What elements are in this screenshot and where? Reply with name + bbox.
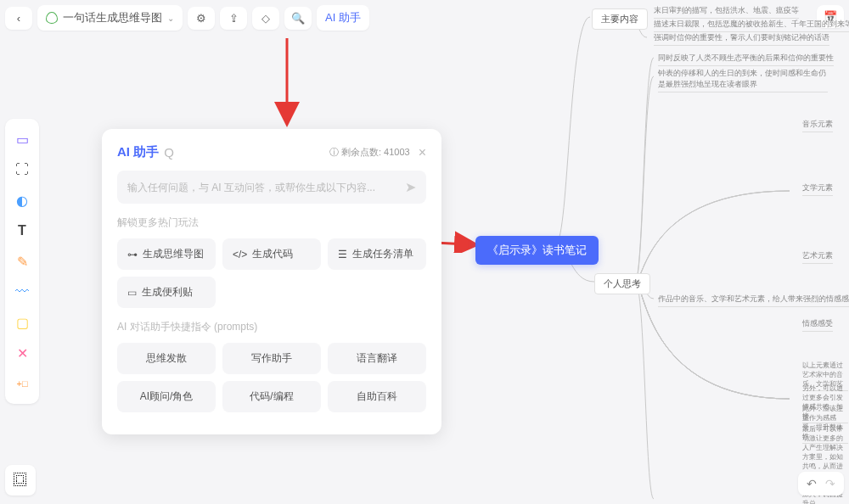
- crop-icon[interactable]: ⛶: [8, 156, 36, 183]
- sticky-icon: ▭: [127, 287, 137, 299]
- mindmap-leaf[interactable]: 钟表的停移和人的生日的到来，使时间感和生命仍是最胜强烈地呈现在读者眼界: [658, 68, 828, 92]
- curve-icon[interactable]: 〰: [8, 278, 36, 305]
- flow-icon[interactable]: ✕: [8, 339, 36, 367]
- mindmap-leaf[interactable]: 作品中的音乐、文学和艺术元素，给人带来强烈的情感感受: [658, 294, 849, 307]
- prompt-translate[interactable]: 语言翻译: [328, 343, 426, 374]
- prompt-consultant[interactable]: AI顾问/角色: [117, 381, 216, 412]
- sidebar-bottom-button[interactable]: ⿴: [5, 465, 36, 496]
- ai-assistant-button[interactable]: AI 助手: [317, 5, 369, 31]
- layout-icon: ⿴: [10, 470, 31, 490]
- ai-assistant-panel: AI 助手 Q ⓘ 剩余点数: 41003 × ➤ 解锁更多热门玩法 ⊶生成思维…: [102, 129, 441, 434]
- ai-prompts-row-1: 思维发散 写作助手 语言翻译: [117, 343, 426, 374]
- undo-button[interactable]: ↶: [807, 477, 817, 490]
- prompt-wiki[interactable]: 自助百科: [328, 381, 426, 412]
- generate-mindmap-button[interactable]: ⊶生成思维导图: [117, 238, 216, 270]
- mindmap-node-main-content[interactable]: 主要内容: [592, 8, 648, 30]
- ai-panel-title: AI 助手 Q: [117, 144, 174, 160]
- mindmap-leaf[interactable]: 文学元素: [802, 182, 833, 196]
- document-title[interactable]: 一句话生成思维导图 ⌄: [37, 5, 183, 31]
- mindmap-leaf[interactable]: 艺术元素: [802, 250, 833, 264]
- mindmap-leaf[interactable]: 描述末日裁限，包括恶魔的被收拾新生、千年王国的到来等: [654, 19, 849, 32]
- tool-sidebar: ▭ ⛶ ◐ T ✎ 〰 ▢ ✕ +□: [5, 119, 39, 404]
- points-remaining: ⓘ 剩余点数: 41003: [329, 146, 410, 159]
- pen-icon[interactable]: ✎: [8, 248, 36, 275]
- prompt-writing[interactable]: 写作助手: [222, 343, 321, 374]
- generate-sticky-button[interactable]: ▭生成便利贴: [117, 277, 216, 308]
- redo-button[interactable]: ↷: [825, 477, 835, 490]
- ai-input-container[interactable]: ➤: [117, 171, 426, 204]
- search-icon[interactable]: 🔍: [284, 7, 312, 30]
- note-icon[interactable]: ▢: [8, 309, 36, 336]
- ai-prompts-row-2: AI顾问/角色 代码/编程 自助百科: [117, 381, 426, 412]
- ai-template-row-1: ⊶生成思维导图 </>生成代码 ☰生成任务清单: [117, 238, 426, 270]
- list-icon: ☰: [338, 249, 347, 260]
- undo-redo-toolbar: ↶ ↷: [798, 472, 844, 496]
- section-label-2: AI 对话助手快捷指令 (prompts): [117, 320, 426, 334]
- ai-panel-header: AI 助手 Q ⓘ 剩余点数: 41003 ×: [117, 144, 426, 160]
- ai-title-badge: Q: [164, 145, 174, 160]
- chevron-down-icon: ⌄: [167, 14, 174, 23]
- mindmap-icon: ⊶: [127, 249, 138, 260]
- close-icon[interactable]: ×: [419, 145, 426, 160]
- mindmap-node-personal-thoughts[interactable]: 个人思考: [594, 273, 650, 294]
- ai-prompt-input[interactable]: [127, 182, 405, 193]
- text-icon[interactable]: T: [8, 217, 36, 244]
- prompt-coding[interactable]: 代码/编程: [222, 381, 321, 412]
- mindmap-leaf[interactable]: 同时反映了人类不顾生态平衡的后果和信仰的重要性: [658, 53, 834, 66]
- prompt-divergent[interactable]: 思维发散: [117, 343, 216, 374]
- cloud-sync-icon: [46, 12, 58, 24]
- mindmap-leaf[interactable]: 强调时信仰的重要性，警示人们要时刻铭记神的话语: [654, 32, 829, 46]
- add-icon[interactable]: +□: [8, 370, 36, 397]
- ai-template-row-2: ▭生成便利贴: [117, 277, 426, 308]
- ai-panel-meta: ⓘ 剩余点数: 41003 ×: [329, 145, 426, 160]
- card-icon[interactable]: ▭: [8, 126, 36, 153]
- generate-tasks-button[interactable]: ☰生成任务清单: [328, 238, 426, 270]
- mindmap-leaf[interactable]: 音乐元素: [802, 119, 833, 132]
- section-label-1: 解锁更多热门玩法: [117, 216, 426, 230]
- back-button[interactable]: ‹: [5, 7, 32, 30]
- mindmap-root-node[interactable]: 《启示录》读书笔记: [475, 236, 599, 265]
- shape-icon[interactable]: ◐: [8, 187, 36, 214]
- generate-code-button[interactable]: </>生成代码: [222, 238, 321, 270]
- annotation-arrow-down: [270, 34, 304, 127]
- code-icon: </>: [233, 249, 247, 260]
- doc-title-text: 一句话生成思维导图: [63, 10, 162, 25]
- send-icon[interactable]: ➤: [405, 179, 416, 195]
- settings-icon[interactable]: ⚙: [188, 7, 215, 30]
- mindmap-leaf[interactable]: 情感感受: [802, 318, 833, 332]
- tag-icon[interactable]: ◇: [252, 7, 279, 30]
- top-toolbar: ‹ 一句话生成思维导图 ⌄ ⚙ ⇪ ◇ 🔍 AI 助手: [5, 5, 369, 31]
- export-icon[interactable]: ⇪: [220, 7, 247, 30]
- mindmap-leaf[interactable]: 末日审判的描写，包括洪水、地震、瘟疫等: [654, 5, 799, 19]
